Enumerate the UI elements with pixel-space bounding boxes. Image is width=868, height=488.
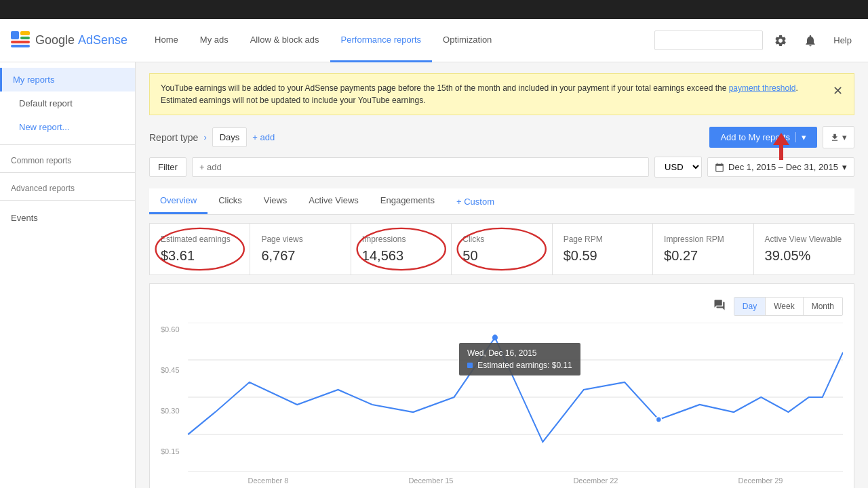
filter-btn[interactable]: Filter <box>149 157 186 177</box>
adsense-logo-icon <box>11 31 30 50</box>
svg-point-7 <box>458 228 546 270</box>
settings-icon[interactable] <box>768 28 793 53</box>
chart-wrapper: $0.60 $0.45 $0.30 $0.15 <box>161 323 843 485</box>
date-range-text: Dec 1, 2015 – Dec 31, 2015 <box>728 162 838 172</box>
report-header: Report type › Days + add Add to My repor… <box>149 126 854 148</box>
report-tabs: Overview Clicks Views Active Views Engag… <box>149 188 854 215</box>
sidebar: My reports Default report New report... … <box>0 62 136 488</box>
tab-active-views[interactable]: Active Views <box>298 188 369 214</box>
svg-rect-2 <box>20 37 30 39</box>
arrow-indicator <box>773 133 789 160</box>
svg-point-13 <box>492 335 498 341</box>
chart-month-btn[interactable]: Month <box>804 298 842 315</box>
help-link[interactable]: Help <box>828 35 857 45</box>
report-type-chevron-icon: › <box>203 132 206 142</box>
sidebar-item-default-report[interactable]: Default report <box>0 92 135 115</box>
y-label-060: $0.60 <box>161 325 180 333</box>
sidebar-divider-2 <box>0 172 135 173</box>
x-label-dec15: December 15 <box>408 476 453 485</box>
currency-select[interactable]: USD <box>654 157 702 178</box>
sidebar-divider-3 <box>0 200 135 201</box>
metric-page-views: Page views 6,767 <box>250 224 351 274</box>
y-label-030: $0.30 <box>161 407 180 415</box>
add-dimension-btn[interactable]: + add <box>252 132 275 142</box>
main-layout: My reports Default report New report... … <box>0 62 868 488</box>
svg-point-5 <box>156 228 244 270</box>
tab-custom[interactable]: + Custom <box>446 190 505 214</box>
search-input[interactable] <box>654 30 763 50</box>
days-dropdown[interactable]: Days <box>212 127 248 147</box>
svg-rect-3 <box>11 41 30 43</box>
x-label-dec29: December 29 <box>738 476 783 485</box>
content-area: YouTube earnings will be added to your A… <box>136 62 868 488</box>
metric-impression-rpm: Impression RPM $0.27 <box>653 224 753 274</box>
metrics-row: Estimated earnings $3.61 Page views 6,76… <box>149 223 854 275</box>
chart-area: Day Week Month $0.60 $0.45 $0.30 $0.15 <box>149 283 854 488</box>
metric-page-rpm: Page RPM $0.59 <box>553 224 653 274</box>
tab-clicks[interactable]: Clicks <box>208 188 253 214</box>
nav-optimization[interactable]: Optimization <box>432 19 502 62</box>
clicks-circle-svg <box>454 226 549 272</box>
payment-threshold-link[interactable]: payment threshold <box>729 83 796 93</box>
header: Google AdSense Home My ads Allow & block… <box>0 19 868 62</box>
date-range-btn[interactable]: Dec 1, 2015 – Dec 31, 2015 ▾ <box>707 157 854 177</box>
svg-rect-4 <box>11 45 30 47</box>
add-to-reports-btn[interactable]: Add to My reports ▾ <box>709 127 817 148</box>
chart-week-btn[interactable]: Week <box>766 298 803 315</box>
nav-performance-reports[interactable]: Performance reports <box>330 19 433 62</box>
sidebar-item-new-report[interactable]: New report... <box>0 115 135 139</box>
metric-active-view-viewable: Active View Viewable 39.05% <box>754 224 854 274</box>
download-dropdown-icon: ▾ <box>842 132 847 142</box>
svg-point-14 <box>656 417 661 423</box>
date-range-dropdown-icon: ▾ <box>842 162 847 172</box>
nav-allow-block-ads[interactable]: Allow & block ads <box>239 19 330 62</box>
nav-home[interactable]: Home <box>144 19 189 62</box>
metric-clicks: Clicks 50 <box>452 224 552 274</box>
add-to-reports-dropdown-icon[interactable]: ▾ <box>795 132 806 142</box>
y-label-015: $0.15 <box>161 447 180 455</box>
tab-overview[interactable]: Overview <box>149 188 208 214</box>
filter-input[interactable] <box>192 157 649 177</box>
banner-close-icon[interactable]: ✕ <box>833 82 843 100</box>
nav-my-ads[interactable]: My ads <box>189 19 239 62</box>
sidebar-divider-1 <box>0 144 135 145</box>
svg-point-6 <box>357 228 445 270</box>
chart-day-btn[interactable]: Day <box>734 298 766 315</box>
impressions-circle-svg <box>354 226 448 272</box>
logo-area: Google AdSense <box>11 31 127 50</box>
svg-rect-1 <box>20 31 30 35</box>
report-type-label: Report type <box>149 132 198 143</box>
youtube-earnings-banner: YouTube earnings will be added to your A… <box>149 73 854 115</box>
metric-estimated-earnings: Estimated earnings $3.61 <box>150 224 250 274</box>
sidebar-item-my-reports[interactable]: My reports <box>0 68 135 92</box>
svg-rect-0 <box>11 31 19 39</box>
x-axis-labels: December 8 December 15 December 22 Decem… <box>161 476 843 485</box>
x-label-dec8: December 8 <box>248 476 288 485</box>
logo-text: Google AdSense <box>35 33 127 47</box>
header-right: Help <box>654 28 857 53</box>
main-nav: Home My ads Allow & block ads Performanc… <box>144 19 654 62</box>
banner-text: YouTube earnings will be added to your A… <box>161 82 825 106</box>
chart-comment-icon[interactable] <box>708 295 731 317</box>
tab-engagements[interactable]: Engagements <box>370 188 446 214</box>
chart-controls: Day Week Month <box>161 295 843 317</box>
y-axis-labels: $0.60 $0.45 $0.30 $0.15 <box>161 323 180 458</box>
x-label-dec22: December 22 <box>573 476 618 485</box>
earnings-circle-svg <box>153 226 247 272</box>
notifications-icon[interactable] <box>798 28 823 53</box>
y-label-045: $0.45 <box>161 366 180 374</box>
filter-row: Filter USD Dec 1, 2015 – Dec 31, 2015 ▾ <box>149 157 854 178</box>
download-btn[interactable]: ▾ <box>823 126 854 148</box>
sidebar-item-events[interactable]: Events <box>0 206 135 230</box>
metric-impressions: Impressions 14,563 <box>351 224 452 274</box>
sidebar-label-advanced: Advanced reports <box>0 178 135 195</box>
tab-views[interactable]: Views <box>253 188 298 214</box>
top-black-bar <box>0 0 868 19</box>
chart-time-btn-group: Day Week Month <box>734 297 843 316</box>
sidebar-label-common: Common reports <box>0 150 135 167</box>
line-chart-svg <box>161 323 843 472</box>
